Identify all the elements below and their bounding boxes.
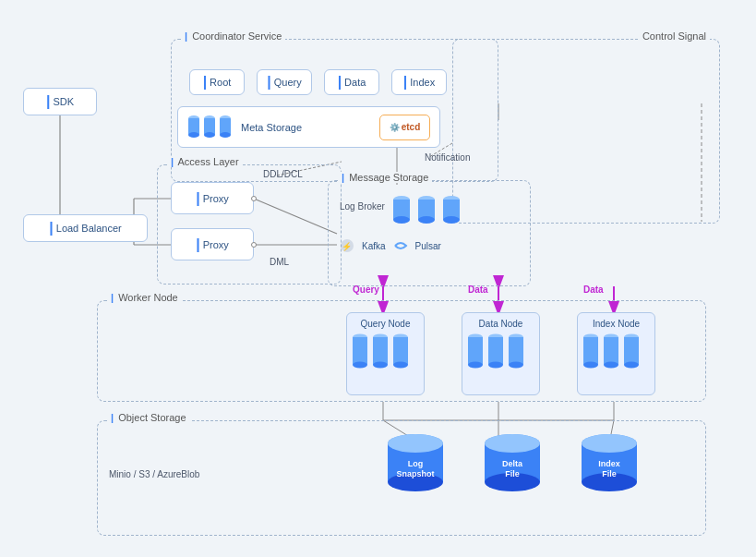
- index-file-storage: Index File: [577, 432, 642, 497]
- index-node-label: Index Node: [593, 319, 640, 329]
- data-node-label: Data Node: [479, 319, 523, 329]
- svg-point-40: [443, 216, 460, 224]
- pulsar-label: Pulsar: [415, 241, 441, 251]
- svg-rect-62: [583, 337, 598, 365]
- proxy2-connector: [251, 242, 257, 248]
- svg-rect-44: [353, 337, 367, 365]
- svg-text:⚡: ⚡: [342, 241, 353, 252]
- worker-node-label: | Worker Node: [107, 292, 182, 303]
- load-balancer-component: | Load Balancer: [23, 214, 148, 242]
- svg-point-54: [468, 362, 483, 369]
- coord-data-component: | Data: [324, 69, 379, 95]
- pulsar-icon: [393, 238, 408, 253]
- svg-point-69: [624, 362, 639, 369]
- svg-point-25: [188, 132, 199, 138]
- coord-query-component: | Query: [257, 69, 312, 95]
- data-arrow-label1: Data: [468, 285, 488, 295]
- svg-rect-65: [604, 337, 618, 365]
- data-arrow-label2: Data: [583, 285, 604, 295]
- svg-text:File: File: [505, 469, 520, 478]
- object-storage-label: | Object Storage: [107, 412, 190, 423]
- coord-index-label: Index: [410, 77, 435, 88]
- svg-text:Snapshot: Snapshot: [396, 469, 434, 478]
- svg-point-57: [488, 362, 503, 369]
- svg-point-37: [418, 216, 435, 224]
- query-node-box: Query Node: [346, 312, 425, 395]
- svg-text:Index: Index: [598, 459, 620, 468]
- index-file-cylinder: Index File: [577, 432, 642, 497]
- proxy2-component: | Proxy: [171, 228, 254, 260]
- meta-cylinders-icon: [187, 114, 232, 141]
- query-arrow-label: Query: [353, 285, 379, 295]
- coord-root-label: Root: [210, 77, 231, 88]
- query-node-cylinders: [351, 333, 420, 379]
- kafka-pulsar-area: ⚡ Kafka Pulsar: [340, 238, 441, 253]
- proxy1-label: Proxy: [203, 193, 229, 204]
- query-node-label: Query Node: [361, 319, 411, 329]
- minio-label: Minio / S3 / AzureBlob: [109, 469, 199, 479]
- sdk-label: SDK: [53, 96, 74, 107]
- svg-point-63: [583, 362, 598, 369]
- proxy1-component: | Proxy: [171, 182, 254, 214]
- log-snapshot-storage: Log Snapshot: [383, 432, 448, 497]
- svg-point-28: [204, 132, 215, 138]
- etcd-component: ⚙️ etcd: [379, 115, 430, 140]
- kafka-label: Kafka: [362, 241, 386, 251]
- svg-point-73: [388, 434, 443, 453]
- svg-rect-53: [468, 337, 483, 365]
- coord-query-label: Query: [274, 77, 302, 88]
- kafka-icon: ⚡: [340, 238, 354, 253]
- lb-label: Load Balancer: [56, 223, 122, 234]
- log-broker-label: Log Broker: [340, 201, 385, 212]
- architecture-diagram: | SDK | Load Balancer | Coordinator Serv…: [0, 0, 756, 557]
- svg-rect-59: [509, 337, 523, 365]
- index-node-box: Index Node: [577, 312, 655, 395]
- meta-storage-label: Meta Storage: [241, 122, 302, 133]
- svg-point-85: [582, 434, 637, 453]
- coordinator-label: | Coordinator Service: [181, 30, 285, 42]
- svg-rect-68: [624, 337, 639, 365]
- meta-storage-component: Meta Storage ⚙️ etcd: [177, 106, 440, 148]
- svg-point-60: [509, 362, 523, 369]
- coord-index-component: | Index: [391, 69, 447, 95]
- svg-point-66: [604, 362, 618, 369]
- index-node-cylinders: [582, 333, 651, 379]
- control-signal-label: Control Signal: [639, 30, 710, 42]
- access-layer-label: | Access Layer: [167, 156, 243, 167]
- dml-label: DML: [270, 257, 289, 267]
- svg-point-51: [393, 362, 408, 369]
- coord-root-component: | Root: [189, 69, 245, 95]
- svg-text:Delta: Delta: [502, 459, 523, 468]
- delta-file-cylinder: Delta File: [480, 432, 545, 497]
- etcd-label: etcd: [402, 122, 421, 132]
- log-broker-cylinders: [392, 194, 466, 226]
- proxy2-label: Proxy: [203, 239, 229, 250]
- coord-data-label: Data: [344, 77, 366, 88]
- message-storage-label: | Message Storage: [338, 172, 432, 183]
- svg-point-31: [220, 132, 231, 138]
- svg-rect-56: [488, 337, 503, 365]
- svg-point-48: [373, 362, 388, 369]
- svg-rect-50: [393, 337, 408, 365]
- notification-label: Notification: [425, 152, 470, 163]
- svg-rect-47: [373, 337, 388, 365]
- log-snapshot-cylinder: Log Snapshot: [383, 432, 448, 497]
- svg-point-34: [393, 216, 410, 224]
- svg-point-79: [485, 434, 540, 453]
- svg-text:File: File: [602, 469, 617, 478]
- svg-text:Log: Log: [408, 459, 424, 468]
- data-node-cylinders: [466, 333, 535, 379]
- svg-point-45: [353, 362, 367, 369]
- data-node-box: Data Node: [462, 312, 540, 395]
- delta-file-storage: Delta File: [480, 432, 545, 497]
- sdk-component: | SDK: [23, 88, 97, 115]
- ddl-dcl-label: DDL/DCL: [263, 169, 303, 179]
- proxy1-connector: [251, 196, 257, 201]
